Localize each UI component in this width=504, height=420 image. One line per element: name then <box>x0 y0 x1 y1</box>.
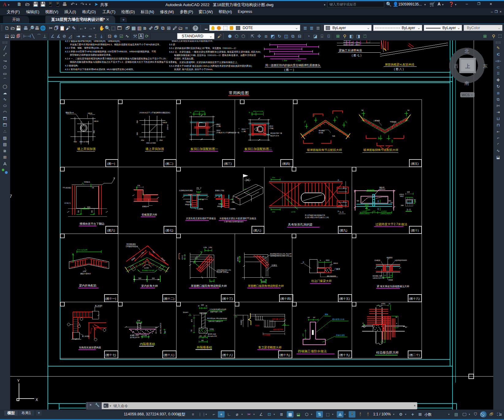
svg-text:450: 450 <box>74 141 77 143</box>
svg-text:附加Φ8@200(C)(l≥1.5h), 双向布置: 附加Φ8@200(C)(l≥1.5h), 双向布置 <box>270 253 292 255</box>
svg-text:负筋: 负筋 <box>332 135 335 137</box>
svg-text:Φ8@200: Φ8@200 <box>343 40 351 41</box>
svg-text:钢筋的屈服强度实测值与强度标准值之比不应大于1.3；且钢筋在: 钢筋的屈服强度实测值与强度标准值之比不应大于1.3；且钢筋在最大拉力下的总伸长率… <box>70 61 178 63</box>
svg-text:挡墙施工缝防水做法: 挡墙施工缝防水做法 <box>298 349 327 353</box>
svg-text:下部钢筋: 下部钢筋 <box>390 121 397 123</box>
svg-text:la≥5d: la≥5d <box>195 256 198 259</box>
svg-text:2Φ18: 2Φ18 <box>88 112 93 114</box>
svg-text:3Φ8: 3Φ8 <box>401 205 404 206</box>
svg-text:同一连接区段内的纵向受拉钢筋绑扎搭接接头: 同一连接区段内的纵向受拉钢筋绑扎搭接接头 <box>265 64 320 67</box>
svg-text:4.3 砌体结构:: 4.3 砌体结构: <box>65 64 78 67</box>
svg-text:L/3: L/3 <box>244 188 246 190</box>
svg-text:墙厚: 墙厚 <box>407 191 410 193</box>
svg-text:2X2Φ16(且不小于被切断纵向钢筋面积): 2X2Φ16(且不小于被切断纵向钢筋面积) <box>139 111 170 114</box>
svg-text:50: 50 <box>220 200 222 202</box>
svg-text:600(h=1000—1200): 600(h=1000—1200) <box>343 42 360 43</box>
svg-text:门窗梁: 门窗梁 <box>335 268 340 270</box>
svg-text:(图九): (图九) <box>339 229 347 232</box>
svg-text:|1: |1 <box>338 210 339 212</box>
svg-text:450: 450 <box>136 120 138 123</box>
svg-text:25d: 25d <box>303 120 306 123</box>
svg-text:坡屋面板阳角节点配筋大样: 坡屋面板阳角节点配筋大样 <box>307 148 342 152</box>
svg-text:(2Φ14): (2Φ14) <box>399 194 404 195</box>
svg-text:L/2 L/3: L/2 L/3 <box>182 255 183 260</box>
svg-text:▾: ▾ <box>471 94 472 96</box>
svg-text:类型钢材之间焊接按强度较低钢材定焊条。: 类型钢材之间焊接按强度较低钢材定焊条。 <box>70 54 113 56</box>
svg-text:素混凝土垫层: 素混凝土垫层 <box>208 333 216 335</box>
svg-text:板底筋L: 板底筋L <box>261 281 267 282</box>
svg-text:25d: 25d <box>378 137 380 140</box>
svg-text:西: 西 <box>454 63 458 69</box>
svg-text:5.5.3 主、次梁高度相同时, 次梁的纵向钢筋应置于主梁纵: 5.5.3 主、次梁高度相同时, 次梁的纵向钢筋应置于主梁纵向钢筋之上。 <box>169 61 240 64</box>
svg-text:ΦΦ@100: ΦΦ@100 <box>185 204 192 205</box>
svg-text:5.5.2 主、次梁交接处, 一般在次梁位置两侧附加主梁箍筋: 5.5.2 主、次梁交接处, 一般在次梁位置两侧附加主梁箍筋, 箍筋直径同主梁内… <box>169 51 261 53</box>
svg-text:底部加腋 水平100: 底部加腋 水平100 <box>272 318 284 320</box>
svg-text:≥240: ≥240 <box>415 199 416 203</box>
svg-text:次梁高低主梁高低时平接做法: 次梁高低主梁高低时平接做法 <box>186 217 216 220</box>
svg-text:WCS: WCS <box>462 93 470 97</box>
svg-text:45d: 45d <box>159 139 163 141</box>
svg-text:MU10页岩砖, M5水泥砂浆砌筑: MU10页岩砖, M5水泥砂浆砌筑 <box>207 317 227 320</box>
svg-text:钢套管t=4: 钢套管t=4 <box>65 111 74 114</box>
svg-text:外隔墙基础: 外隔墙基础 <box>196 346 212 349</box>
svg-text:客卫梁变截面大样: 客卫梁变截面大样 <box>258 346 282 349</box>
svg-text:常用构造图: 常用构造图 <box>229 91 249 95</box>
svg-text:上: 上 <box>465 63 470 69</box>
svg-text:(1800≤L≤4500): (1800≤L≤4500) <box>381 213 391 215</box>
svg-text:1/3L: 1/3L <box>137 185 140 186</box>
svg-text:25d: 25d <box>391 140 393 142</box>
svg-text:窗台压顶: 窗台压顶 <box>89 328 93 334</box>
svg-text:L/4≤500: L/4≤500 <box>381 210 387 212</box>
svg-text:2Φ10: 2Φ10 <box>333 262 338 264</box>
svg-text:5×b+lg(2g/B): 5×b+lg(2g/B) <box>77 249 88 251</box>
svg-text:宽出每边≥0.93: 宽出每边≥0.93 <box>130 336 139 339</box>
svg-text:2Φ16: 2Φ16 <box>162 121 167 123</box>
svg-text:卫生间楼面: 卫生间楼面 <box>263 334 270 336</box>
svg-text:坡屋面板阴角节点配筋大样: 坡屋面板阴角节点配筋大样 <box>363 148 399 152</box>
svg-text:l≥30d: l≥30d <box>203 247 207 248</box>
svg-text:板宽度: 板宽度 <box>388 279 393 281</box>
svg-text:5.5.4 跨度大于4M的梁 板应起拱0.002L(L为两端: 5.5.4 跨度大于4M的梁 板应起拱0.002L(L为两端支承梁的跨度或悬挑梁… <box>169 65 252 67</box>
svg-text:通水膨胀止水条: 通水膨胀止水条 <box>332 318 345 321</box>
svg-text:梁内折角大样: 梁内折角大样 <box>141 284 158 287</box>
svg-text:(200<d<300): (200<d<300) <box>194 111 205 112</box>
svg-text:梁侧身上弯筋: 梁侧身上弯筋 <box>215 189 224 192</box>
svg-text:南: 南 <box>464 81 469 86</box>
svg-text:(图十二): (图十二) <box>164 297 174 300</box>
svg-text:4.2.1 钢筋采用HPB235(Φ)、HRB335(Φ)、: 4.2.1 钢筋采用HPB235(Φ)、HRB335(Φ)、HRB400(Φ)。 <box>65 40 122 43</box>
svg-text:(图六): (图六) <box>107 229 115 232</box>
svg-text:25d: 25d <box>152 250 155 253</box>
svg-text:2Φ12: 2Φ12 <box>216 129 221 131</box>
svg-text:拉结筋: 拉结筋 <box>319 132 323 134</box>
svg-text:(图四): (图四) <box>282 162 290 165</box>
svg-text:分布规格同角筋间: 分布规格同角筋间 <box>126 246 138 248</box>
svg-text:(图十五): (图十五) <box>339 297 350 300</box>
svg-text:(图十七): (图十七) <box>105 353 116 357</box>
svg-text:过梁跨度大于2.7米做法: 过梁跨度大于2.7米做法 <box>375 223 407 226</box>
svg-text:(图十九): (图十九) <box>279 353 290 357</box>
svg-text:墙上开洞加强: 墙上开洞加强 <box>77 147 96 151</box>
svg-text:见:洞口维筋,具体详见标注(上同): 见:洞口维筋,具体详见标注(上同) <box>305 216 329 219</box>
svg-text:窗上加强筋: 窗上加强筋 <box>82 335 89 337</box>
svg-text:500: 500 <box>152 277 155 279</box>
svg-text:@600X2: @600X2 <box>379 188 385 190</box>
svg-text:(1800≤L≤4500): (1800≤L≤4500) <box>359 213 369 215</box>
svg-text:钢板: 钢板 <box>324 313 328 315</box>
svg-text:(图十): (图十) <box>411 229 419 232</box>
svg-text:变截面处: 变截面处 <box>240 320 242 325</box>
svg-text:墙顶配筋: 墙顶配筋 <box>271 264 277 266</box>
svg-text:北: 北 <box>464 48 469 54</box>
svg-text:屋面檐口板阴角增设附筋大样: 屋面檐口板阴角增设附筋大样 <box>248 284 284 287</box>
svg-text:20: 20 <box>198 305 200 307</box>
svg-text:5.5 梁: 5.5 梁 <box>169 43 175 46</box>
svg-text:楼梯休息平台下翻边: 楼梯休息平台下翻边 <box>79 222 104 225</box>
svg-text:1–1: 1–1 <box>339 211 344 213</box>
svg-text:5.5.1 梁内纵筋采用时应按开截止35°弯钩。详见图集《0: 5.5.1 梁内纵筋采用时应按开截止35°弯钩。详见图集《03G101—1》 <box>169 47 237 50</box>
svg-text:400: 400 <box>201 340 204 341</box>
svg-text:素混凝土垫层: 素混凝土垫层 <box>130 334 139 336</box>
svg-text:次梁箍筋: 次梁箍筋 <box>197 208 203 210</box>
svg-text:δ/2: δ/2 <box>313 317 315 318</box>
svg-text:本大样钢筋为附加筋除注明: 本大样钢筋为附加筋除注明 <box>305 214 325 216</box>
svg-text:屋面挑檐梁XL配筋构造: 屋面挑檐梁XL配筋构造 <box>385 63 415 66</box>
svg-text:2l: 2l <box>362 323 364 324</box>
